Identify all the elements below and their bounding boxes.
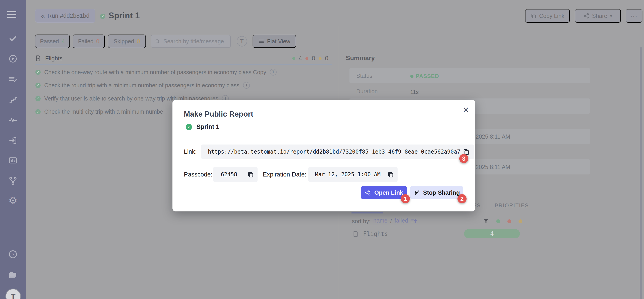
- test-row[interactable]: ✓ Check the multi-city trip with a minim…: [36, 108, 163, 115]
- git-branch-icon[interactable]: [8, 176, 18, 186]
- back-to-run-button[interactable]: « Run #dd2b81bd: [35, 9, 95, 23]
- modal-run-row: ✓ Sprint 1: [186, 124, 220, 130]
- stop-sharing-button[interactable]: Stop Sharing: [410, 186, 463, 199]
- skipped-filter-dot[interactable]: [518, 219, 522, 223]
- runs-play-icon[interactable]: [8, 54, 18, 64]
- copy-link-button[interactable]: Copy Link: [525, 9, 570, 23]
- test-passed-icon: ✓: [36, 109, 40, 114]
- status-label: Status: [356, 72, 372, 79]
- filter-passed-button[interactable]: Passed 4: [35, 34, 70, 48]
- active-tab-indicator: [351, 212, 383, 214]
- share-nodes-icon: [365, 190, 371, 196]
- test-plans-icon[interactable]: [8, 75, 18, 84]
- suite-divider: [35, 64, 332, 65]
- test-row[interactable]: ✓ Check the round trip with a minimum nu…: [36, 82, 250, 89]
- status-value: PASSED: [410, 73, 439, 80]
- test-title: Check the one-way route with a minimum n…: [44, 69, 266, 76]
- chart-suite-name: Flights: [363, 230, 388, 237]
- skipped-label: Skipped: [114, 38, 134, 45]
- sort-amount-icon[interactable]: [411, 218, 418, 224]
- annotation-badge-3: 3: [459, 154, 468, 163]
- search-input[interactable]: [163, 38, 225, 45]
- run-passed-icon: ✓: [186, 124, 192, 130]
- skipped-dot-icon: [318, 57, 322, 60]
- stop-sharing-icon: [414, 190, 420, 196]
- status-dot-icon: [410, 75, 414, 78]
- tab-priorities[interactable]: PRIORITIES: [495, 202, 529, 209]
- settings-gear-icon[interactable]: ⚙: [8, 196, 18, 205]
- app-root: ⚙ ? T « Run #dd2b81bd ✓ Sprint 1 Copy Li…: [0, 0, 644, 299]
- expiration-field[interactable]: Mar 12, 2025 1:00 AM: [308, 167, 398, 182]
- pulse-icon[interactable]: [8, 115, 18, 125]
- stop-sharing-label: Stop Sharing: [423, 189, 460, 196]
- sign-in-icon[interactable]: [8, 136, 18, 145]
- flat-view-button[interactable]: Flat View: [252, 35, 296, 48]
- passcode-label: Passcode:: [184, 171, 212, 178]
- duration-label: Duration: [356, 88, 378, 94]
- suite-header-flights[interactable]: Flights: [35, 54, 63, 62]
- t-letter: T: [240, 38, 244, 44]
- t-badge-icon[interactable]: T: [243, 82, 250, 89]
- filter-skipped-button[interactable]: Skipped 0: [108, 34, 146, 48]
- suite-name: Flights: [45, 55, 63, 62]
- passcode-field[interactable]: 62458: [213, 167, 258, 182]
- ai-t-logo-icon[interactable]: T: [237, 36, 247, 46]
- sidebar: ⚙ ? T: [0, 0, 26, 299]
- testomat-logo[interactable]: T: [6, 288, 21, 299]
- link-field[interactable]: https://beta.testomat.io/report/dd2b81bd…: [201, 144, 474, 159]
- steps-icon[interactable]: [8, 95, 18, 105]
- link-value: https://beta.testomat.io/report/dd2b81bd…: [208, 148, 462, 155]
- failed-label: Failed: [78, 38, 94, 45]
- skipped-count: 0: [137, 38, 140, 45]
- share-button[interactable]: Share ▾: [575, 9, 621, 23]
- link-label: Link:: [184, 148, 197, 156]
- chart-suite-row[interactable]: Flights: [352, 230, 388, 238]
- annotation-badge-1: 1: [401, 194, 410, 203]
- failed-count: 0: [96, 38, 100, 45]
- share-icon: [584, 13, 589, 19]
- more-icon: ⋯: [630, 12, 638, 20]
- summary-row-bg: [350, 68, 590, 83]
- sort-by-failed-link[interactable]: failed: [394, 217, 408, 225]
- copy-passcode-icon[interactable]: [247, 171, 254, 178]
- open-link-button[interactable]: Open Link: [361, 186, 407, 199]
- projects-folder-icon[interactable]: [8, 270, 18, 280]
- finished-timestamp: 2025 8:11 AM: [476, 164, 510, 170]
- tests-check-icon[interactable]: [8, 34, 18, 43]
- passed-count: 4: [62, 38, 65, 45]
- modal-title: Make Public Report: [184, 110, 253, 118]
- sort-by-name-link[interactable]: name: [373, 217, 388, 225]
- funnel-filter-icon[interactable]: [483, 218, 489, 224]
- failed-filter-dot[interactable]: [508, 219, 511, 223]
- menu-icon[interactable]: [7, 11, 16, 20]
- passed-filter-dot[interactable]: [496, 219, 500, 223]
- file-check-icon: [35, 55, 42, 62]
- test-title: Check the round trip with a minimum numb…: [44, 82, 240, 89]
- search-icon: [155, 38, 160, 44]
- more-actions-button[interactable]: ⋯: [626, 9, 642, 23]
- annotation-badge-2: 2: [458, 194, 466, 203]
- file-icon: [352, 230, 359, 237]
- caret-down-icon: ▾: [610, 13, 612, 18]
- t-badge-icon[interactable]: T: [270, 69, 276, 76]
- suite-passed-count: 4: [299, 55, 302, 62]
- help-icon[interactable]: ?: [8, 250, 18, 259]
- chart-filters: [483, 217, 522, 225]
- test-row[interactable]: ✓ Check the one-way route with a minimum…: [36, 68, 276, 76]
- run-chip-label: Run #dd2b81bd: [48, 12, 90, 19]
- passed-bar[interactable]: 4: [464, 229, 520, 238]
- close-icon[interactable]: ×: [462, 105, 470, 115]
- search-box: [151, 35, 231, 48]
- copy-expiration-icon[interactable]: [387, 171, 394, 178]
- filter-failed-button[interactable]: Failed 0: [72, 34, 105, 48]
- copy-link-label: Copy Link: [539, 13, 564, 19]
- sort-controls: sort by: name / failed: [352, 217, 418, 225]
- started-timestamp: 2025 8:11 AM: [476, 134, 510, 140]
- svg-text:?: ?: [12, 252, 14, 257]
- vertical-scrollbar[interactable]: [640, 47, 642, 299]
- analytics-icon[interactable]: [8, 156, 18, 165]
- flat-view-icon: [258, 38, 264, 44]
- test-passed-icon: ✓: [36, 83, 40, 88]
- page-title: Sprint 1: [108, 11, 140, 20]
- suite-skipped-count: 0: [325, 55, 328, 62]
